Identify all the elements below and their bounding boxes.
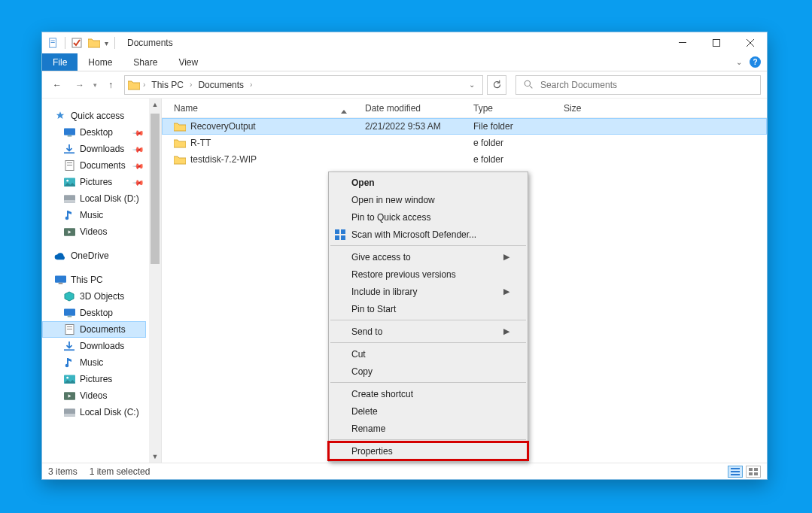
back-button[interactable]: ← — [48, 76, 66, 94]
menu-rename[interactable]: Rename — [329, 420, 528, 437]
address-dropdown-icon[interactable]: ⌄ — [464, 80, 479, 89]
ribbon-expand-icon[interactable]: ⌄ — [736, 58, 742, 66]
sidebar-item-label: Desktop — [80, 127, 113, 138]
menu-label: Rename — [351, 423, 385, 434]
minimize-button[interactable] — [665, 32, 699, 53]
quick-access-header[interactable]: Quick access — [42, 108, 146, 124]
tab-file[interactable]: File — [42, 53, 78, 71]
qat-chevron-icon[interactable]: ▾ — [105, 39, 108, 47]
titlebar: ▾ Documents — [42, 32, 767, 53]
file-type-label: File folder — [467, 121, 558, 132]
crumb-documents[interactable]: Documents — [195, 80, 247, 90]
sidebar-item-desktop[interactable]: Desktop📌 — [42, 124, 146, 141]
svg-rect-42 — [335, 235, 339, 240]
col-date-label: Date modified — [365, 103, 421, 114]
file-type-label: e folder — [467, 154, 558, 165]
forward-button[interactable]: → — [71, 76, 89, 94]
sidebar-item-pc-videos[interactable]: Videos — [42, 387, 146, 404]
col-name[interactable]: Name — [168, 103, 359, 114]
col-date[interactable]: Date modified — [359, 103, 467, 114]
column-headers: Name Date modified Type Size — [162, 99, 767, 118]
menu-open-new-window[interactable]: Open in new window — [329, 191, 528, 208]
file-row[interactable]: R-TT e folder — [162, 135, 767, 151]
menu-label: Scan with Microsoft Defender... — [351, 229, 476, 240]
maximize-button[interactable] — [699, 32, 733, 53]
pin-icon: 📌 — [132, 126, 144, 138]
menu-properties[interactable]: Properties — [329, 442, 528, 460]
sidebar-item-label: Music — [80, 210, 103, 220]
menu-copy[interactable]: Copy — [329, 363, 528, 380]
menu-cut[interactable]: Cut — [329, 345, 528, 363]
folder-addr-icon — [128, 79, 140, 91]
sidebar-item-pc-documents[interactable]: Documents — [42, 321, 146, 338]
scroll-down-icon[interactable]: ▼ — [149, 451, 161, 463]
tab-home[interactable]: Home — [78, 53, 123, 71]
sidebar-item-downloads[interactable]: Downloads📌 — [42, 141, 146, 157]
menu-include-library[interactable]: Include in library▶ — [329, 283, 528, 300]
sidebar-item-pc-downloads[interactable]: Downloads — [42, 338, 146, 354]
sidebar-item-label: Pictures — [80, 374, 112, 384]
col-type[interactable]: Type — [467, 103, 558, 114]
search-input[interactable] — [540, 80, 754, 90]
help-icon[interactable]: ? — [750, 56, 761, 68]
drive-icon — [63, 193, 75, 205]
scroll-up-icon[interactable]: ▲ — [149, 99, 161, 111]
nav-pane[interactable]: Quick access Desktop📌 Downloads📌 Documen… — [42, 99, 149, 463]
file-row[interactable]: testdisk-7.2-WIP e folder — [162, 151, 767, 168]
chevron-right-icon[interactable]: › — [190, 80, 192, 89]
menu-give-access[interactable]: Give access to▶ — [329, 248, 528, 266]
col-type-label: Type — [473, 103, 493, 114]
sidebar-item-pc-pictures[interactable]: Pictures — [42, 371, 146, 387]
menu-send-to[interactable]: Send to▶ — [329, 323, 528, 340]
properties-icon[interactable] — [48, 38, 59, 48]
file-name-label: testdisk-7.2-WIP — [190, 154, 257, 165]
sidebar-item-pictures[interactable]: Pictures📌 — [42, 174, 146, 190]
details-view-button[interactable] — [728, 466, 743, 478]
thispc-header[interactable]: This PC — [42, 272, 146, 288]
svg-rect-39 — [754, 472, 758, 475]
tab-view[interactable]: View — [168, 53, 208, 71]
pictures-icon — [63, 373, 75, 385]
menu-scan-defender[interactable]: Scan with Microsoft Defender... — [329, 226, 528, 243]
refresh-button[interactable] — [487, 75, 506, 95]
svg-rect-25 — [67, 329, 72, 329]
menu-create-shortcut[interactable]: Create shortcut — [329, 385, 528, 402]
menu-pin-start[interactable]: Pin to Start — [329, 300, 528, 317]
up-button[interactable]: ↑ — [102, 76, 120, 94]
menu-pin-quick[interactable]: Pin to Quick access — [329, 208, 528, 226]
sidebar-item-localdisk-d[interactable]: Local Disk (D:) — [42, 190, 146, 207]
sidebar-item-documents[interactable]: Documents📌 — [42, 157, 146, 174]
onedrive-header[interactable]: OneDrive — [42, 247, 146, 264]
scroll-thumb[interactable] — [151, 114, 160, 264]
search-box[interactable] — [515, 75, 761, 95]
crumb-thispc[interactable]: This PC — [148, 80, 187, 90]
close-button[interactable] — [733, 32, 767, 53]
sidebar-item-videos[interactable]: Videos — [42, 223, 146, 240]
sidebar-item-label: Desktop — [80, 308, 113, 318]
menu-delete[interactable]: Delete — [329, 402, 528, 420]
svg-rect-7 — [64, 128, 75, 135]
menu-restore-versions[interactable]: Restore previous versions — [329, 266, 528, 283]
svg-rect-32 — [64, 413, 75, 416]
chevron-right-icon[interactable]: › — [143, 80, 145, 89]
svg-rect-2 — [51, 42, 55, 43]
largeicons-view-button[interactable] — [746, 466, 761, 478]
file-row[interactable]: RecoveryOutput 2/21/2022 9:53 AM File fo… — [162, 118, 767, 135]
col-size[interactable]: Size — [558, 103, 615, 114]
history-chevron-icon[interactable]: ▾ — [93, 81, 97, 89]
svg-rect-8 — [67, 135, 71, 137]
sidebar-item-3dobjects[interactable]: 3D Objects — [42, 288, 146, 305]
tab-share[interactable]: Share — [123, 53, 168, 71]
chevron-right-icon[interactable]: › — [250, 80, 252, 89]
menu-open[interactable]: Open — [329, 174, 528, 191]
folder-qat-icon[interactable] — [88, 38, 99, 48]
sidebar-item-music[interactable]: Music — [42, 207, 146, 223]
thispc-label: This PC — [71, 275, 103, 285]
checkbox-icon[interactable] — [71, 38, 82, 48]
sidebar-scrollbar[interactable]: ▲▼ — [149, 99, 161, 463]
addressbar[interactable]: › This PC › Documents › ⌄ — [124, 75, 483, 95]
sidebar-item-pc-desktop[interactable]: Desktop — [42, 305, 146, 321]
svg-rect-26 — [64, 349, 75, 351]
sidebar-item-localdisk-c[interactable]: Local Disk (C:) — [42, 404, 146, 420]
sidebar-item-pc-music[interactable]: Music — [42, 354, 146, 371]
